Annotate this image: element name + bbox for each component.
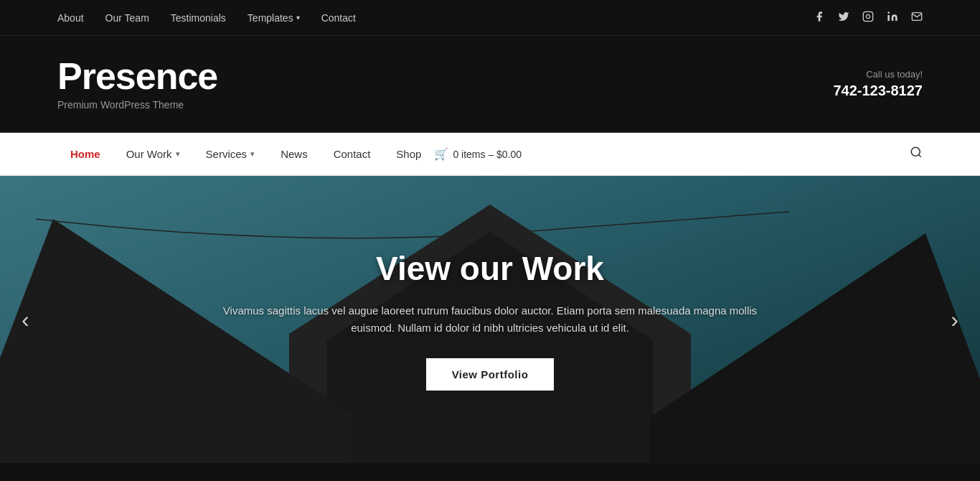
main-nav-links: Home Our Work ▾ Services ▾ News Contact … — [57, 133, 522, 176]
svg-point-3 — [911, 147, 920, 156]
main-nav-right — [898, 146, 923, 162]
social-icons-group — [814, 11, 923, 25]
our-work-chevron-icon: ▾ — [176, 149, 180, 159]
linkedin-icon[interactable] — [887, 11, 898, 25]
contact-label: Call us today! — [833, 69, 923, 80]
cart-icon: 🛒 — [434, 147, 448, 161]
main-nav-contact[interactable]: Contact — [321, 133, 384, 176]
top-nav-our-team[interactable]: Our Team — [105, 12, 149, 24]
services-chevron-icon: ▾ — [250, 149, 255, 159]
main-nav-our-work[interactable]: Our Work ▾ — [113, 133, 193, 176]
main-navigation: Home Our Work ▾ Services ▾ News Contact … — [0, 133, 980, 176]
top-navigation: About Our Team Testimonials Templates ▾ … — [0, 0, 980, 36]
top-nav-contact[interactable]: Contact — [321, 12, 356, 24]
email-icon[interactable] — [911, 11, 923, 25]
main-nav-shop[interactable]: Shop — [383, 133, 434, 176]
top-nav-about[interactable]: About — [57, 12, 84, 24]
site-header: Presence Premium WordPress Theme Call us… — [0, 36, 980, 133]
hero-title: View our Work — [217, 249, 763, 288]
contact-phone: 742-123-8127 — [833, 83, 923, 99]
hero-description: Vivamus sagittis lacus vel augue laoreet… — [217, 302, 763, 337]
hero-content: View our Work Vivamus sagittis lacus vel… — [203, 249, 777, 391]
cart-section[interactable]: 🛒 0 items – $0.00 — [434, 147, 522, 161]
cart-label: 0 items – $0.00 — [453, 149, 522, 160]
slider-prev-button[interactable]: ‹ — [7, 301, 44, 338]
hero-slider: ‹ View our Work Vivamus sagittis lacus v… — [0, 176, 980, 463]
main-nav-news[interactable]: News — [268, 133, 321, 176]
brand-subtitle: Premium WordPress Theme — [57, 99, 217, 111]
main-nav-home[interactable]: Home — [57, 133, 113, 176]
top-nav-testimonials[interactable]: Testimonials — [171, 12, 226, 24]
svg-rect-0 — [863, 11, 872, 21]
svg-point-2 — [887, 11, 890, 14]
header-contact: Call us today! 742-123-8127 — [833, 69, 923, 99]
main-nav-services[interactable]: Services ▾ — [193, 133, 268, 176]
hero-cta-button[interactable]: View Portfolio — [426, 358, 555, 391]
top-nav-templates[interactable]: Templates ▾ — [248, 12, 300, 24]
facebook-icon[interactable] — [814, 11, 825, 25]
brand-title: Presence — [57, 57, 217, 95]
top-nav-links: About Our Team Testimonials Templates ▾ … — [57, 12, 356, 24]
templates-chevron-icon: ▾ — [296, 14, 300, 22]
twitter-icon[interactable] — [838, 11, 849, 25]
svg-line-4 — [918, 154, 920, 157]
instagram-icon[interactable] — [862, 11, 874, 25]
brand-section: Presence Premium WordPress Theme — [57, 57, 217, 111]
slider-next-button[interactable]: › — [936, 301, 973, 338]
search-button[interactable] — [898, 146, 923, 162]
